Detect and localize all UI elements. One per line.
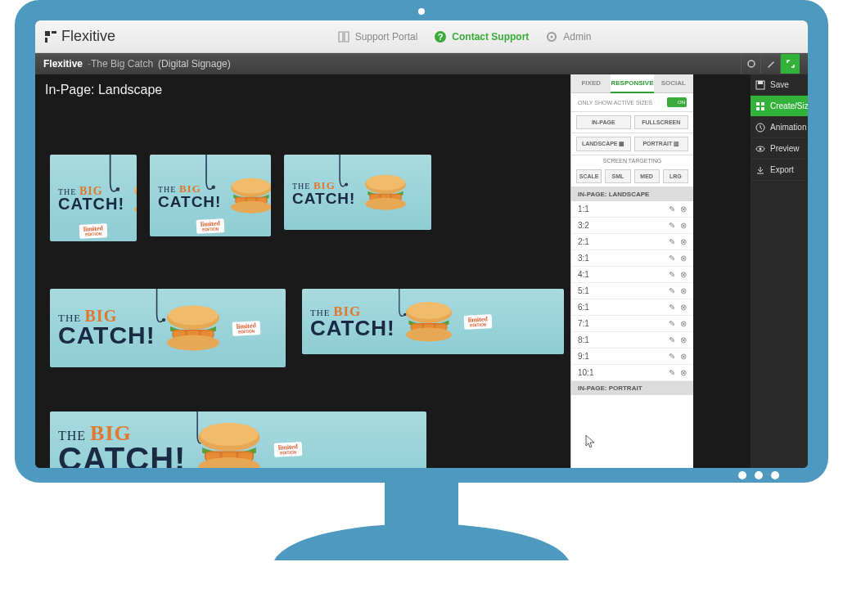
svg-text:?: ? (438, 32, 444, 42)
contact-support-link[interactable]: ? Contact Support (434, 30, 529, 43)
svg-point-6 (551, 35, 553, 38)
rail-export[interactable]: Export (751, 160, 808, 181)
tab-responsive[interactable]: RESPONSIVE (611, 74, 653, 93)
monitor-dots (738, 471, 779, 479)
gear-icon (545, 30, 558, 43)
svg-rect-57 (758, 81, 763, 84)
med-button[interactable]: MED (634, 169, 660, 183)
close-icon[interactable]: ⊗ (680, 254, 687, 263)
rail-create-sizes[interactable]: Create/Sizes (751, 96, 808, 117)
size-row[interactable]: 5:1 ✎ ⊗ (571, 283, 693, 299)
pencil-icon[interactable]: ✎ (669, 352, 675, 361)
rail-animation[interactable]: Animation (751, 117, 808, 138)
close-icon[interactable]: ⊗ (680, 270, 687, 279)
pencil-icon[interactable]: ✎ (669, 319, 675, 328)
ad-preview[interactable]: 1:1 ✕ THE BIG CATCH! limitedEDITION (50, 155, 137, 241)
settings-button[interactable] (741, 54, 760, 74)
size-row[interactable]: 6:1 ✎ ⊗ (571, 299, 693, 316)
tab-fixed[interactable]: FIXED (571, 74, 611, 93)
svg-point-39 (167, 335, 219, 350)
pencil-icon[interactable]: ✎ (669, 205, 675, 214)
rail-save[interactable]: Save (751, 74, 808, 96)
pencil-icon[interactable]: ✎ (669, 270, 675, 279)
breadcrumb: Flexitive - The Big Catch (Digital Signa… (35, 53, 808, 74)
svg-point-31 (366, 198, 407, 210)
ad-preview[interactable]: 5:1 ✕ THE BIG CATCH! limitedEDITION (50, 411, 426, 468)
pencil-icon[interactable]: ✎ (669, 335, 675, 344)
close-icon[interactable]: ⊗ (680, 303, 687, 312)
support-portal-label: Support Portal (355, 31, 418, 43)
close-icon[interactable]: ⊗ (680, 205, 687, 214)
scale-button[interactable]: SCALE (576, 169, 602, 183)
svg-rect-2 (45, 38, 47, 43)
monitor-led (418, 8, 425, 15)
close-icon[interactable]: ⊗ (680, 368, 687, 377)
svg-rect-59 (761, 102, 764, 106)
grid-icon (755, 101, 765, 111)
size-row[interactable]: 3:1 ✎ ⊗ (571, 250, 693, 267)
pencil-icon[interactable]: ✎ (669, 286, 675, 295)
crumb-app: Flexitive (43, 58, 83, 70)
ad-preview[interactable]: 3:2 ✕ THE BIG CATCH! limitedEDITION (150, 155, 271, 236)
lrg-button[interactable]: LRG (663, 169, 688, 183)
sml-button[interactable]: SML (605, 169, 630, 183)
book-icon (337, 30, 350, 43)
clock-icon (755, 123, 765, 133)
close-icon[interactable]: ⊗ (680, 221, 687, 230)
size-row[interactable]: 9:1 ✎ ⊗ (571, 348, 693, 365)
close-icon[interactable]: ⊗ (680, 319, 687, 328)
ad-preview[interactable]: 3:1 ✕ THE BIG CATCH! limitedEDITION (50, 289, 286, 367)
expand-button[interactable] (780, 54, 800, 74)
close-icon[interactable]: ⊗ (680, 335, 687, 344)
svg-point-50 (201, 423, 259, 446)
admin-link[interactable]: Admin (545, 30, 591, 43)
export-icon (755, 165, 765, 175)
pencil-icon[interactable]: ✎ (669, 237, 675, 246)
crumb-project: The Big Catch (91, 58, 153, 70)
crumb-context: (Digital Signage) (158, 58, 231, 70)
support-portal-link[interactable]: Support Portal (337, 30, 418, 43)
edit-button[interactable] (760, 54, 780, 74)
size-row[interactable]: 2:1 ✎ ⊗ (571, 234, 693, 250)
svg-point-64 (760, 147, 762, 150)
svg-point-23 (232, 201, 271, 214)
pencil-icon[interactable]: ✎ (669, 368, 675, 377)
cursor-icon (585, 434, 597, 449)
tab-social[interactable]: SOCIAL (654, 74, 694, 93)
svg-point-42 (407, 302, 450, 319)
canvas-area: In-Page: Landscape FIXED RESPONSIVE SOCI… (35, 74, 751, 468)
svg-rect-1 (52, 31, 56, 34)
svg-rect-60 (756, 107, 760, 110)
svg-rect-61 (761, 107, 764, 110)
pencil-icon[interactable]: ✎ (669, 254, 675, 263)
size-row[interactable]: 7:1 ✎ ⊗ (571, 316, 693, 332)
svg-point-34 (168, 305, 218, 325)
svg-point-15 (134, 203, 137, 214)
ad-preview[interactable]: 2:1 ✕ THE BIG CATCH! (284, 155, 431, 230)
eye-icon (755, 144, 765, 154)
svg-point-18 (232, 178, 271, 194)
svg-point-26 (367, 175, 405, 191)
pencil-icon[interactable]: ✎ (669, 221, 675, 230)
question-icon: ? (434, 30, 447, 43)
screen-targeting-label: SCREEN TARGETING (571, 155, 693, 166)
portrait-button[interactable]: PORTRAIT ▥ (634, 137, 689, 151)
size-row[interactable]: 4:1 ✎ ⊗ (571, 267, 693, 283)
rail-preview[interactable]: Preview (751, 138, 808, 160)
size-row[interactable]: 1:1 ✎ ⊗ (571, 201, 693, 218)
pencil-icon[interactable]: ✎ (669, 303, 675, 312)
close-icon[interactable]: ⊗ (680, 352, 687, 361)
ad-preview[interactable]: 4:1 ✕ THE BIG CATCH! limitedEDITION (302, 289, 564, 354)
size-row[interactable]: 3:2 ✎ ⊗ (571, 218, 693, 234)
landscape-button[interactable]: LANDSCAPE ▦ (576, 137, 631, 151)
svg-point-47 (406, 327, 452, 341)
close-icon[interactable]: ⊗ (680, 286, 687, 295)
monitor-base (274, 524, 569, 560)
size-row[interactable]: 8:1 ✎ ⊗ (571, 332, 693, 348)
panel-section-portrait: IN-PAGE: PORTRAIT (571, 381, 693, 395)
brand-logo[interactable]: Flexitive (45, 28, 115, 45)
size-row[interactable]: 10:1 ✎ ⊗ (571, 365, 693, 381)
save-icon (755, 80, 765, 90)
panel-section-landscape: IN-PAGE: LANDSCAPE (571, 187, 693, 201)
close-icon[interactable]: ⊗ (680, 237, 687, 246)
